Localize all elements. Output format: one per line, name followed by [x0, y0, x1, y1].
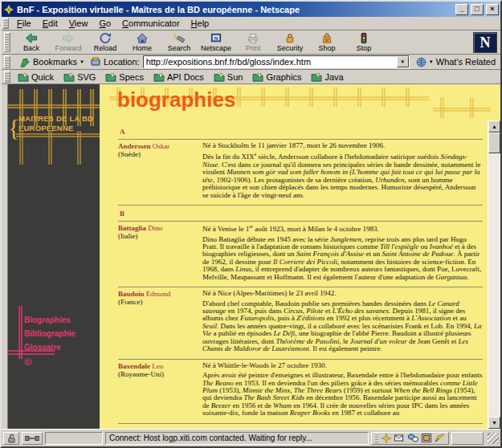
- print-icon: [247, 32, 259, 44]
- scroll-up-button[interactable]: ▲: [488, 120, 500, 132]
- bookmark-folder-specs[interactable]: Specs: [100, 72, 149, 82]
- stop-button[interactable]: Stop: [345, 31, 382, 53]
- toolbar-button-label: Back: [23, 44, 39, 52]
- bookmark-folder-java[interactable]: Java: [306, 72, 348, 82]
- menu-bar: FileEditViewGoCommunicatorHelp: [2, 17, 500, 31]
- bookmark-folder-label: Java: [324, 72, 343, 82]
- mailbox-icon[interactable]: [394, 434, 405, 442]
- menu-edit[interactable]: Edit: [37, 18, 63, 29]
- biography-paragraph: Dès la fin du XIXe siècle, Andersson col…: [202, 152, 483, 199]
- security-button[interactable]: Security: [271, 31, 308, 53]
- sidebar-logo-line1: MAITRES DE LA BD: [18, 114, 93, 124]
- shop-button[interactable]: @Shop: [308, 31, 345, 53]
- bookmark-folder-quick[interactable]: Quick: [13, 72, 59, 82]
- section-letter: B: [120, 210, 483, 218]
- toolbar-button-label: Netscape: [201, 44, 231, 52]
- title-bar: BnF - Exposition virtuelle - Maîtres de …: [2, 2, 500, 17]
- scrollbar-thumb[interactable]: [488, 132, 500, 153]
- bookmarks-button[interactable]: Bookmarks ▼: [16, 56, 88, 68]
- entry-country: (Italie): [118, 232, 194, 240]
- component-bar-handle[interactable]: [375, 434, 378, 443]
- entry-surname: Baudoin: [118, 290, 145, 298]
- menu-help[interactable]: Help: [186, 18, 215, 29]
- svg-text:N: N: [214, 35, 218, 41]
- scroll-down-button[interactable]: ▼: [488, 417, 500, 429]
- security-lock-icon[interactable]: [3, 432, 19, 445]
- component-bar: [371, 432, 449, 445]
- biography-paragraph: D'abord chef comptable, Baudoin publie s…: [202, 300, 483, 353]
- close-button[interactable]: ×: [486, 4, 499, 15]
- vertical-scrollbar[interactable]: ▲ ▼: [488, 120, 500, 429]
- bookmark-folder-svg[interactable]: SVG: [59, 72, 100, 82]
- biography-paragraph: Né à Stockholm le 11 janvier 1877, mort …: [202, 142, 483, 149]
- search-button[interactable]: Search: [161, 31, 198, 53]
- locationbar-grip[interactable]: [4, 55, 10, 68]
- biography-paragraph: Né à Whittle-le-Woods le 27 octobre 1930…: [202, 362, 483, 369]
- sidebar-logo-line2: EUROPEENNE: [18, 124, 93, 133]
- folder-icon: [63, 72, 75, 82]
- bookmark-folder-graphics[interactable]: Graphics: [247, 72, 306, 82]
- navigator-icon[interactable]: [382, 434, 391, 443]
- whats-related-label: What's Related: [436, 57, 496, 67]
- copyright-symbol: ©: [24, 356, 32, 368]
- discussions-icon[interactable]: [408, 434, 418, 442]
- section-letter: A: [120, 128, 483, 136]
- url-input[interactable]: [144, 56, 397, 67]
- location-icon: [91, 57, 100, 67]
- entry-surname: Battaglia: [118, 224, 146, 232]
- menu-file[interactable]: File: [11, 18, 37, 29]
- folder-icon: [18, 72, 29, 82]
- separator: [118, 287, 483, 287]
- toolbar-button-label: Home: [133, 44, 152, 52]
- location-label: Location:: [104, 57, 140, 67]
- url-dropdown-button[interactable]: ▼: [397, 56, 409, 67]
- sidebar-link-biographies[interactable]: Biographies: [24, 313, 76, 327]
- separator: [118, 359, 483, 360]
- bio-entry: Baudoin Edmond(France)Né à Nice (Alpes-M…: [118, 290, 483, 356]
- back-button[interactable]: Back: [13, 31, 50, 53]
- sidebar-link-bibliographie[interactable]: Bibliographie: [24, 327, 76, 340]
- composer-icon[interactable]: [435, 434, 445, 442]
- banner: biographies: [100, 84, 500, 120]
- menubar-grip[interactable]: [2, 18, 9, 29]
- status-spacer: [451, 432, 484, 445]
- menu-go[interactable]: Go: [93, 18, 116, 29]
- bookmark-folder-api-docs[interactable]: API Docs: [149, 72, 209, 82]
- stop-icon: [357, 32, 370, 44]
- svg-text:@: @: [324, 37, 329, 42]
- bookmark-folder-sun[interactable]: Sun: [209, 72, 248, 82]
- reload-icon: [99, 32, 112, 44]
- home-button[interactable]: Home: [124, 31, 161, 53]
- search-icon: [173, 32, 186, 44]
- maximize-button[interactable]: □: [471, 4, 484, 15]
- entry-country: (France): [118, 298, 194, 306]
- netscape-button[interactable]: NNetscape: [198, 31, 235, 53]
- entry-surname: Baxendale: [118, 362, 150, 370]
- url-input-wrap: ▼: [143, 55, 410, 68]
- reload-button[interactable]: Reload: [87, 31, 124, 53]
- toolbar-button-label: Print: [246, 44, 261, 52]
- address-book-icon[interactable]: [422, 434, 431, 442]
- browser-window: BnF - Exposition virtuelle - Maîtres de …: [0, 0, 502, 448]
- sidebar-logo: MAITRES DE LA BD EUROPEENNE: [18, 114, 93, 133]
- minimize-button[interactable]: _: [455, 4, 468, 15]
- entry-given: Dino: [146, 224, 162, 232]
- menu-communicator[interactable]: Communicator: [116, 18, 186, 29]
- forward-button[interactable]: Forward: [50, 31, 87, 53]
- network-plug-icon[interactable]: [22, 432, 43, 445]
- whats-related-button[interactable]: ▼ What's Related: [413, 56, 499, 68]
- bookmark-folder-label: SVG: [77, 72, 96, 82]
- netscape-logo[interactable]: N: [473, 32, 497, 53]
- sidebar-link-glossaire[interactable]: Glossaire: [24, 340, 76, 354]
- entry-given: Leo: [150, 362, 163, 370]
- toolbar-grip[interactable]: [4, 32, 10, 52]
- main-frame: biographies AAnderssen Oskar(Suède)Né à …: [100, 84, 500, 429]
- personal-toolbar: QuickSVGSpecsAPI DocsSunGraphicsJava: [2, 70, 500, 84]
- menu-view[interactable]: View: [63, 18, 94, 29]
- print-button[interactable]: Print: [235, 31, 271, 53]
- personalbar-grip[interactable]: [4, 71, 10, 83]
- folder-icon: [214, 72, 225, 82]
- window-title: BnF - Exposition virtuelle - Maîtres de …: [17, 5, 453, 14]
- biography-paragraph: Né à Venise le 1er août 1923, mort à Mil…: [202, 224, 483, 233]
- resize-grip[interactable]: [488, 433, 499, 444]
